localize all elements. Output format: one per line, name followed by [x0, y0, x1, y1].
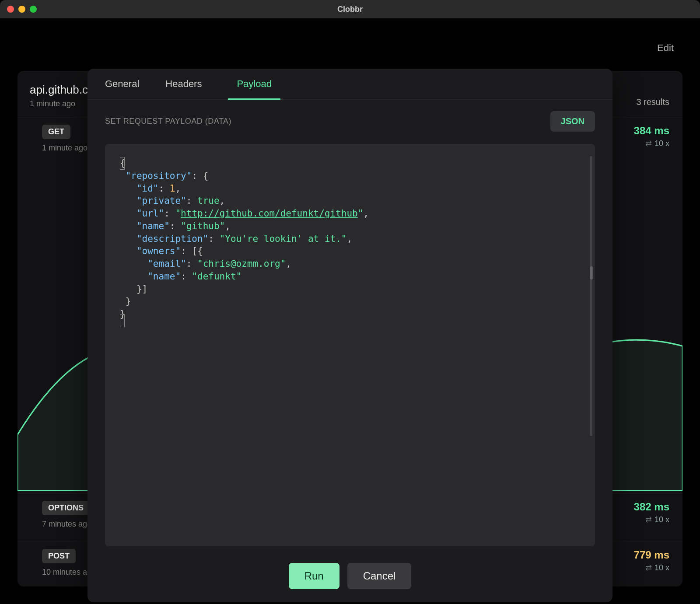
minimize-icon[interactable] [18, 6, 25, 13]
tab-general[interactable]: General [105, 78, 139, 99]
cancel-button[interactable]: Cancel [347, 563, 412, 589]
titlebar: Clobbr [0, 0, 700, 18]
maximize-icon[interactable] [30, 6, 37, 13]
result-time: 7 minutes ago [42, 520, 91, 529]
tab-payload[interactable]: Payload [228, 78, 280, 100]
cursor-icon [120, 157, 125, 170]
payload-modal: General Headers Payload SET REQUEST PAYL… [88, 69, 612, 602]
method-badge: POST [42, 549, 76, 563]
tab-headers[interactable]: Headers [165, 78, 202, 99]
result-ms: 384 ms [634, 125, 669, 137]
modal-tabs: General Headers Payload [88, 69, 612, 100]
app-body: Edit api.github.co 1 minute ago 3 result… [0, 18, 700, 604]
run-button[interactable]: Run [289, 563, 340, 589]
iterations-icon: ⇄ [645, 515, 652, 524]
method-badge: GET [42, 125, 70, 139]
scrollbar[interactable] [590, 156, 592, 436]
result-ms: 779 ms [634, 549, 669, 561]
method-badge: OPTIONS [42, 501, 90, 515]
payload-editor[interactable]: { "repository": { "id": 1, "private": tr… [105, 144, 595, 546]
scrollbar-thumb[interactable] [590, 266, 593, 279]
modal-actions: Run Cancel [88, 563, 612, 589]
window-title: Clobbr [337, 5, 363, 14]
iterations-icon: ⇄ [645, 139, 652, 148]
result-iterations: ⇄10 x [634, 139, 669, 148]
close-icon[interactable] [7, 6, 14, 13]
json-button[interactable]: JSON [550, 111, 595, 132]
results-count: 3 results [636, 97, 669, 107]
result-iterations: ⇄10 x [634, 563, 669, 573]
iterations-icon: ⇄ [645, 563, 652, 572]
result-ms: 382 ms [634, 501, 669, 513]
section-row: SET REQUEST PAYLOAD (DATA) JSON [88, 100, 612, 140]
cursor-icon [120, 314, 125, 327]
section-label: SET REQUEST PAYLOAD (DATA) [105, 117, 231, 126]
window-controls [7, 6, 37, 13]
result-time: 1 minute ago [42, 143, 88, 153]
editor-content[interactable]: { "repository": { "id": 1, "private": tr… [105, 144, 595, 334]
result-iterations: ⇄10 x [634, 515, 669, 524]
edit-button[interactable]: Edit [657, 42, 674, 54]
